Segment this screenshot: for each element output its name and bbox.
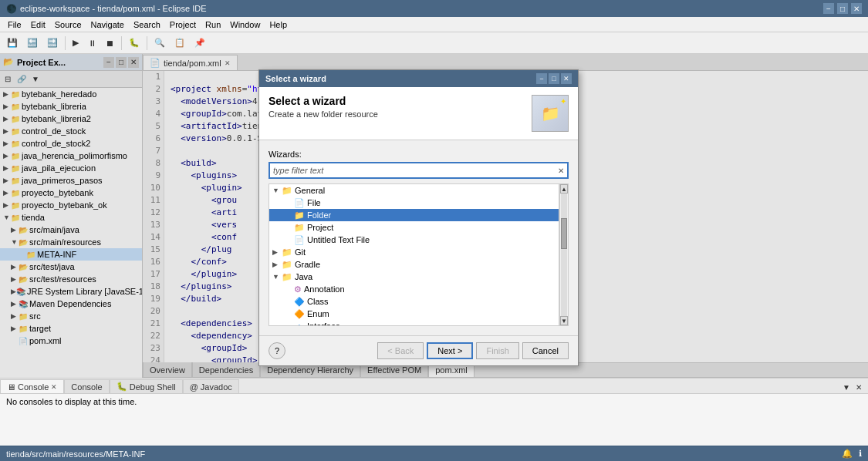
wiz-general[interactable]: ▼📁General xyxy=(269,184,559,197)
menu-edit[interactable]: Edit xyxy=(26,19,50,31)
debug-shell-icon: 🐛 xyxy=(117,382,127,392)
back-btn[interactable]: < Back xyxy=(377,342,424,359)
menu-navigate[interactable]: Navigate xyxy=(86,19,129,31)
menu-search[interactable]: Search xyxy=(129,19,165,31)
menu-bar: File Edit Source Navigate Search Project… xyxy=(0,17,868,32)
bottom-tab-javadoc-label: Javadoc xyxy=(201,382,232,392)
toolbar-sep-1 xyxy=(65,36,66,50)
wizard-tree-container: ▼📁General 📄File 📁Folder 📁Project 📄U xyxy=(269,183,569,326)
wizard-tree: ▼📁General 📄File 📁Folder 📁Project 📄U xyxy=(269,183,559,326)
console-close[interactable]: ✕ xyxy=(51,383,57,391)
bottom-panel: 🖥 Console ✕ Console 🐛 Debug Shell @ Java… xyxy=(0,378,868,446)
scrollbar-up-btn[interactable]: ▲ xyxy=(560,184,568,193)
scrollbar-down-btn[interactable]: ▼ xyxy=(560,316,568,325)
bottom-panel-close-btn[interactable]: ✕ xyxy=(853,381,865,393)
bottom-content: No consoles to display at this time. xyxy=(0,394,868,446)
dialog-body: Wizards: ✕ ▼📁General 📄File xyxy=(259,140,578,335)
select-wizard-dialog: Select a wizard − □ ✕ Select a wizard Cr… xyxy=(258,69,579,366)
window-title: eclipse-workspace - tienda/pom.xml - Ecl… xyxy=(20,4,206,13)
status-path: tienda/src/main/resources/META-INF xyxy=(6,449,145,459)
wiz-java[interactable]: ▼📁Java xyxy=(269,271,559,283)
menu-help[interactable]: Help xyxy=(265,19,292,31)
app-icon: 🌑 xyxy=(6,4,17,14)
wiz-file[interactable]: 📄File xyxy=(269,197,559,209)
menu-window[interactable]: Window xyxy=(225,19,265,31)
toolbar-sep-2 xyxy=(121,36,122,50)
next-btn[interactable]: Next > xyxy=(427,342,473,359)
filter-input[interactable] xyxy=(270,166,555,175)
toolbar-btn-8[interactable]: 📋 xyxy=(171,35,189,52)
menu-project[interactable]: Project xyxy=(165,19,201,31)
dialog-header-subtext: Create a new folder resource xyxy=(269,109,378,119)
toolbar-btn-3[interactable]: 🔜 xyxy=(43,35,62,52)
wiz-scrollbar[interactable]: ▲ ▼ xyxy=(559,183,569,326)
console-message: No consoles to display at this time. xyxy=(6,397,137,406)
minimize-btn[interactable]: − xyxy=(823,3,834,14)
wiz-class[interactable]: 🔷Class xyxy=(269,295,559,308)
finish-btn[interactable]: Finish xyxy=(476,342,518,359)
bottom-tab-debug-label: Debug Shell xyxy=(130,382,176,392)
console-icon: 🖥 xyxy=(7,382,15,392)
toolbar-btn-6[interactable]: ⏹ xyxy=(102,35,118,52)
wizard-icon: 📁 ✦ xyxy=(532,95,569,132)
cancel-btn[interactable]: Cancel xyxy=(522,342,569,359)
toolbar-sep-3 xyxy=(147,36,147,50)
toolbar-btn-2[interactable]: 🔙 xyxy=(23,35,42,52)
dialog-overlay: Select a wizard − □ ✕ Select a wizard Cr… xyxy=(0,54,868,378)
wiz-interface[interactable]: 🔹Interface xyxy=(269,320,559,326)
bottom-panel-menu-btn[interactable]: ▼ xyxy=(840,381,853,393)
bottom-tab-console2[interactable]: Console xyxy=(64,379,109,393)
menu-source[interactable]: Source xyxy=(50,19,86,31)
scrollbar-track xyxy=(561,193,567,316)
wiz-folder[interactable]: 📁Folder xyxy=(269,209,559,221)
wiz-untitled-text[interactable]: 📄Untitled Text File xyxy=(269,234,559,246)
main-panels: 📂 Project Ex... − □ ✕ ⊟ 🔗 ▼ ▶📁bytebank_h… xyxy=(0,54,868,378)
wiz-annotation[interactable]: ⚙Annotation xyxy=(269,283,559,295)
wiz-git[interactable]: ▶📁Git xyxy=(269,246,559,258)
wiz-gradle[interactable]: ▶📁Gradle xyxy=(269,258,559,271)
bottom-tab-javadoc[interactable]: @ Javadoc xyxy=(183,379,239,393)
filter-clear-btn[interactable]: ✕ xyxy=(555,164,567,177)
bottom-tab-console1[interactable]: 🖥 Console ✕ xyxy=(0,379,64,393)
toolbar-btn-1[interactable]: 💾 xyxy=(3,35,22,52)
wiz-project[interactable]: 📁Project xyxy=(269,221,559,234)
dialog-titlebar-text: Select a wizard xyxy=(265,74,326,83)
maximize-btn[interactable]: □ xyxy=(837,3,848,14)
main-toolbar: 💾 🔙 🔜 ▶ ⏸ ⏹ 🐛 🔍 📋 📌 xyxy=(0,32,868,54)
wizards-label: Wizards: xyxy=(269,150,569,159)
help-btn[interactable]: ? xyxy=(269,342,285,359)
toolbar-btn-7[interactable]: 🔍 xyxy=(150,35,169,52)
wiz-enum[interactable]: 🔶Enum xyxy=(269,308,559,320)
bottom-tabs: 🖥 Console ✕ Console 🐛 Debug Shell @ Java… xyxy=(0,379,868,394)
filter-input-row: ✕ xyxy=(269,162,569,179)
menu-run[interactable]: Run xyxy=(201,19,225,31)
toolbar-btn-5[interactable]: ⏸ xyxy=(84,35,100,52)
bottom-tab-console2-label: Console xyxy=(71,382,102,392)
notification-icon: 🔔 xyxy=(842,449,853,459)
dialog-minimize-btn[interactable]: − xyxy=(536,73,547,84)
info-icon: ℹ xyxy=(859,449,862,459)
menu-file[interactable]: File xyxy=(3,19,26,31)
scrollbar-thumb[interactable] xyxy=(561,218,567,249)
dialog-footer: ? < Back Next > Finish Cancel xyxy=(259,335,578,365)
dialog-header-title: Select a wizard xyxy=(269,95,378,107)
toolbar-btn-4[interactable]: ▶ xyxy=(69,35,83,52)
dialog-maximize-btn[interactable]: □ xyxy=(549,73,559,84)
dialog-titlebar: Select a wizard − □ ✕ xyxy=(259,70,578,87)
dialog-close-btn[interactable]: ✕ xyxy=(561,73,572,84)
toolbar-btn-debug[interactable]: 🐛 xyxy=(125,35,144,52)
bottom-tab-debug-shell[interactable]: 🐛 Debug Shell xyxy=(110,379,183,393)
status-bar: tienda/src/main/resources/META-INF 🔔 ℹ xyxy=(0,446,868,461)
title-bar: 🌑 eclipse-workspace - tienda/pom.xml - E… xyxy=(0,0,868,17)
javadoc-icon: @ xyxy=(190,382,198,392)
close-btn[interactable]: ✕ xyxy=(851,3,862,14)
toolbar-btn-9[interactable]: 📌 xyxy=(191,35,209,52)
bottom-tab-console1-label: Console xyxy=(18,382,49,392)
